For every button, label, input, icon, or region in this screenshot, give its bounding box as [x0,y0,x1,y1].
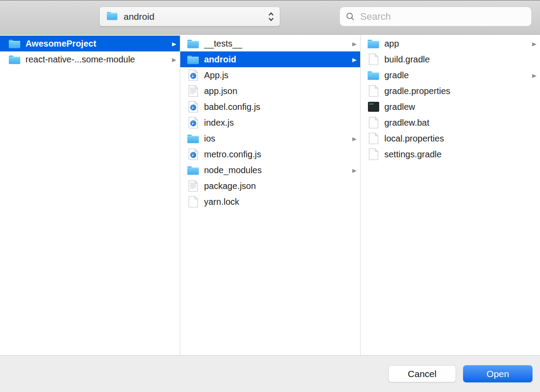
disclosure-triangle-icon: ▶ [352,40,357,47]
doc-icon [186,195,200,209]
toolbar: android [0,0,540,35]
disclosure-triangle-icon: ▶ [532,72,536,78]
file-row[interactable]: build.gradle [361,51,540,67]
folder-icon [367,36,380,51]
open-button[interactable]: Open [463,365,533,382]
doc-icon [367,116,380,130]
disclosure-triangle-icon: ▶ [172,56,176,62]
jsdoc-icon [186,68,200,82]
folder-icon [106,11,118,22]
jsdoc-icon [186,116,200,130]
file-row[interactable]: AwesomeProject▶ [0,36,180,51]
open-file-dialog: android AwesomeProject▶react-native-...s… [0,0,540,392]
file-row[interactable]: package.json [180,178,360,194]
file-label: gradle [384,70,529,80]
doc-icon [367,147,380,161]
cancel-button[interactable]: Cancel [388,365,456,382]
folder-icon [8,36,21,51]
jsdoc-icon [186,100,200,114]
file-browser-columns: AwesomeProject▶react-native-...some-modu… [0,35,540,355]
textdoc-icon [186,84,200,98]
search-box[interactable] [339,7,532,26]
file-row[interactable]: local.properties [361,131,540,146]
file-row[interactable]: gradlew [361,99,540,115]
file-row[interactable]: App.js [180,67,360,83]
doc-icon [367,84,380,98]
disclosure-triangle-icon: ▶ [352,135,357,142]
file-label: yarn.lock [204,197,357,207]
file-row[interactable]: node_modules▶ [180,162,360,178]
file-row[interactable]: metro.config.js [180,146,360,162]
doc-icon [367,52,380,66]
file-label: package.json [204,181,357,191]
file-row[interactable]: gradle.properties [361,83,540,99]
file-label: babel.config.js [204,102,357,112]
disclosure-triangle-icon: ▶ [532,40,536,47]
file-row[interactable]: app▶ [361,36,540,51]
file-column-2: __tests__▶android▶App.jsapp.jsonbabel.co… [180,35,361,355]
exec-icon [367,100,380,114]
file-column-3: app▶build.gradlegradle▶gradle.properties… [361,35,540,355]
file-label: android [204,54,350,65]
file-row[interactable]: app.json [180,83,360,99]
file-label: node_modules [204,165,350,175]
file-label: app [384,39,529,49]
file-row[interactable]: yarn.lock [180,194,360,210]
textdoc-icon [186,179,200,193]
file-label: __tests__ [204,39,350,49]
jsdoc-icon [186,147,200,161]
disclosure-triangle-icon: ▶ [352,167,357,173]
folder-icon [186,36,200,51]
search-icon [346,12,355,21]
file-row[interactable]: android▶ [180,51,360,67]
file-label: build.gradle [384,54,536,65]
file-label: gradle.properties [384,86,536,96]
doc-icon [367,131,380,145]
footer-bar: Cancel Open [0,355,540,392]
file-column-1: AwesomeProject▶react-native-...some-modu… [0,35,180,355]
file-row[interactable]: index.js [180,115,360,131]
file-label: gradlew [384,102,536,112]
file-label: AwesomeProject [26,39,169,49]
search-input[interactable] [359,11,527,23]
folder-icon [186,131,200,145]
chevron-up-down-icon [268,11,274,22]
file-label: metro.config.js [204,149,357,160]
file-label: gradlew.bat [384,118,536,128]
folder-icon [367,68,380,82]
disclosure-triangle-icon: ▶ [352,56,357,62]
file-label: react-native-...some-module [26,54,169,65]
folder-dropdown-value: android [124,11,268,22]
file-label: index.js [204,118,357,128]
file-row[interactable]: settings.gradle [361,146,540,162]
file-row[interactable]: ios▶ [180,131,360,146]
file-row[interactable]: react-native-...some-module▶ [0,51,180,67]
file-label: App.js [204,70,357,80]
file-row[interactable]: gradle▶ [361,67,540,83]
file-label: ios [204,134,350,144]
file-row[interactable]: gradlew.bat [361,115,540,131]
folder-icon [186,163,200,177]
file-row[interactable]: __tests__▶ [180,36,360,51]
file-label: local.properties [384,134,536,144]
file-label: app.json [204,86,357,96]
file-label: settings.gradle [384,149,536,160]
file-row[interactable]: babel.config.js [180,99,360,115]
folder-icon [186,52,200,66]
disclosure-triangle-icon: ▶ [172,40,176,47]
folder-dropdown[interactable]: android [99,7,280,26]
folder-icon [8,52,21,66]
